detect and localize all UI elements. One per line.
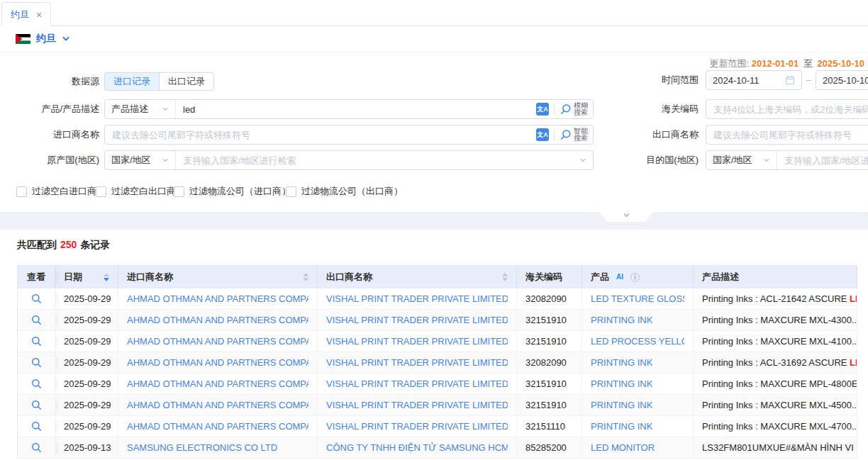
checkbox-box[interactable] bbox=[174, 186, 184, 197]
exporter-link[interactable]: CÔNG TY TNHH ĐIỆN TỬ SAMSUNG HCMC... bbox=[326, 442, 508, 453]
country-chevron-down-icon[interactable] bbox=[62, 35, 70, 43]
exporter-link[interactable]: VISHAL PRINT TRADER PRIVATE LIMITED bbox=[326, 400, 508, 410]
checkbox-box[interactable] bbox=[16, 186, 27, 197]
smart-search-button[interactable]: 智能 搜索 bbox=[555, 128, 593, 142]
sort-control[interactable] bbox=[502, 273, 508, 281]
exporter-link[interactable]: VISHAL PRINT TRADER PRIVATE LIMITED bbox=[326, 378, 508, 389]
exporter-link[interactable]: VISHAL PRINT TRADER PRIVATE LIMITED bbox=[326, 293, 508, 304]
product-link[interactable]: LED MONITOR bbox=[591, 442, 655, 453]
hs-code-input[interactable] bbox=[706, 99, 868, 119]
datasource-option-import[interactable]: 进口记录 bbox=[105, 73, 159, 90]
exporter-link[interactable]: VISHAL PRINT TRADER PRIVATE LIMITED bbox=[326, 336, 508, 347]
checkbox-box[interactable] bbox=[96, 186, 106, 197]
hs-code-cell: 32151910 bbox=[517, 374, 582, 395]
importer-link[interactable]: AHMAD OTHMAN AND PARTNERS COMPA... bbox=[127, 421, 308, 432]
product-cell: LED MONITOR bbox=[582, 437, 694, 459]
filter-checkbox-3[interactable]: 过滤物流公司（进口商） bbox=[174, 185, 291, 198]
view-cell[interactable] bbox=[18, 416, 55, 437]
origin-country-select[interactable]: 国家/地区 bbox=[105, 151, 176, 169]
origin-country-group: 国家/地区 bbox=[104, 150, 594, 170]
view-cell[interactable] bbox=[18, 395, 55, 416]
filter-checkbox-4[interactable]: 过滤物流公司（出口商） bbox=[286, 185, 403, 198]
importer-link[interactable]: AHMAD OTHMAN AND PARTNERS COMPA... bbox=[127, 336, 308, 347]
calendar-icon bbox=[785, 75, 795, 85]
product-link[interactable]: PRINTING INK bbox=[591, 357, 652, 368]
filter-checkbox-2[interactable]: 过滤空白出口商 bbox=[96, 185, 176, 198]
filter-checkbox-1[interactable]: 过滤空白进口商 bbox=[16, 185, 96, 198]
description-text: LE bbox=[850, 357, 857, 368]
collapse-form-handle[interactable] bbox=[599, 212, 653, 222]
exporter-link[interactable]: VISHAL PRINT TRADER PRIVATE LIMITED bbox=[326, 315, 508, 325]
chevron-down-icon[interactable] bbox=[579, 157, 586, 164]
product-type-select[interactable]: 产品描述 bbox=[105, 100, 176, 118]
importer-link[interactable]: AHMAD OTHMAN AND PARTNERS COMPA... bbox=[127, 378, 308, 389]
tab-close-icon[interactable]: × bbox=[36, 10, 42, 20]
product-link[interactable]: PRINTING INK bbox=[591, 315, 652, 325]
exporter-input[interactable] bbox=[706, 125, 868, 145]
table-body: 2025-09-29AHMAD OTHMAN AND PARTNERS COMP… bbox=[18, 288, 857, 459]
sort-asc-icon[interactable] bbox=[502, 273, 508, 276]
product-cell: LED TEXTURE GLOSS ... bbox=[582, 288, 694, 310]
table-row: 2025-09-29AHMAD OTHMAN AND PARTNERS COMP… bbox=[18, 288, 857, 310]
info-icon[interactable]: i bbox=[630, 273, 640, 282]
translate-icon[interactable]: 文A bbox=[536, 128, 549, 141]
description-text: Printing Inks : MAXCURE MPL-4800E... bbox=[702, 378, 857, 389]
datasource-option-export[interactable]: 出口记录 bbox=[159, 73, 213, 90]
sort-control[interactable] bbox=[104, 273, 109, 281]
fuzzy-search-button[interactable]: 模糊 搜索 bbox=[555, 102, 593, 116]
view-cell[interactable] bbox=[18, 331, 55, 352]
checkbox-label: 过滤空白出口商 bbox=[111, 185, 176, 198]
importer-link[interactable]: AHMAD OTHMAN AND PARTNERS COMPA... bbox=[127, 293, 308, 304]
translate-icon[interactable]: 文A bbox=[536, 103, 549, 116]
sort-desc-icon[interactable] bbox=[502, 278, 508, 281]
description-text: LE bbox=[850, 293, 857, 304]
sort-desc-icon[interactable] bbox=[303, 278, 308, 281]
date-end-input[interactable]: 2025-10-10 bbox=[816, 70, 868, 90]
importer-link[interactable]: SAMSUNG ELECTRONICS CO LTD bbox=[127, 442, 277, 453]
view-cell[interactable] bbox=[18, 288, 55, 310]
column-label: 产品 bbox=[591, 271, 609, 284]
description-cell: Printing Inks : MAXCURE MPL-4800E... bbox=[694, 374, 857, 395]
importer-input[interactable] bbox=[105, 125, 535, 144]
hs-code-cell: 32082090 bbox=[517, 352, 582, 374]
product-search-input[interactable] bbox=[176, 100, 535, 118]
description-text: Printing Inks : MAXCURE MXL-4700... bbox=[702, 421, 857, 432]
importer-cell: AHMAD OTHMAN AND PARTNERS COMPA... bbox=[118, 374, 318, 395]
exporter-link[interactable]: VISHAL PRINT TRADER PRIVATE LIMITED bbox=[326, 421, 508, 432]
importer-link[interactable]: AHMAD OTHMAN AND PARTNERS COMPA... bbox=[127, 400, 308, 410]
date-start-input[interactable]: 2024-10-11 bbox=[706, 70, 802, 90]
destination-country-select[interactable]: 国家/地区 bbox=[706, 151, 777, 169]
view-cell[interactable] bbox=[18, 437, 55, 459]
description-cell: LS32FM801UMXUE#&MÀN HÌNH VI ... bbox=[694, 437, 857, 459]
tab-jordan[interactable]: 约旦 × bbox=[1, 2, 51, 26]
view-cell[interactable] bbox=[18, 310, 55, 331]
view-search-icon bbox=[31, 421, 42, 432]
product-link[interactable]: PRINTING INK bbox=[591, 378, 652, 389]
importer-search-group: 文A 智能 搜索 bbox=[104, 125, 594, 145]
product-link[interactable]: LED TEXTURE GLOSS ... bbox=[591, 293, 684, 304]
exporter-cell: VISHAL PRINT TRADER PRIVATE LIMITED bbox=[318, 310, 517, 331]
column-header-5: 海关编码 bbox=[517, 265, 582, 288]
destination-country-input[interactable] bbox=[777, 151, 868, 169]
description-cell: Printing Inks : MAXCURE MXL-4300... bbox=[694, 310, 857, 331]
sort-control[interactable] bbox=[303, 273, 308, 281]
view-cell[interactable] bbox=[18, 374, 55, 395]
product-link[interactable]: PRINTING INK bbox=[591, 400, 652, 410]
product-link[interactable]: PRINTING INK bbox=[591, 421, 652, 432]
product-type-value: 产品描述 bbox=[111, 103, 148, 116]
origin-country-input[interactable] bbox=[176, 151, 579, 169]
importer-link[interactable]: AHMAD OTHMAN AND PARTNERS COMPA... bbox=[127, 315, 308, 325]
table-header-row: 查看日期进口商名称出口商名称海关编码产品AIi产品描述 bbox=[18, 265, 857, 288]
exporter-link[interactable]: VISHAL PRINT TRADER PRIVATE LIMITED bbox=[326, 357, 508, 368]
view-cell[interactable] bbox=[18, 352, 55, 374]
importer-link[interactable]: AHMAD OTHMAN AND PARTNERS COMPA... bbox=[127, 357, 308, 368]
checkbox-box[interactable] bbox=[286, 186, 296, 197]
description-cell: Printing Inks : MAXCURE MXL-4100... bbox=[694, 331, 857, 352]
sort-desc-icon[interactable] bbox=[104, 278, 109, 281]
sort-asc-icon[interactable] bbox=[104, 273, 109, 276]
product-link[interactable]: LED PROCESS YELLOW... bbox=[591, 336, 684, 347]
sort-asc-icon[interactable] bbox=[303, 273, 308, 276]
smart-line2: 搜索 bbox=[574, 135, 588, 142]
importer-cell: AHMAD OTHMAN AND PARTNERS COMPA... bbox=[118, 310, 318, 331]
exporter-cell: CÔNG TY TNHH ĐIỆN TỬ SAMSUNG HCMC... bbox=[318, 437, 517, 459]
